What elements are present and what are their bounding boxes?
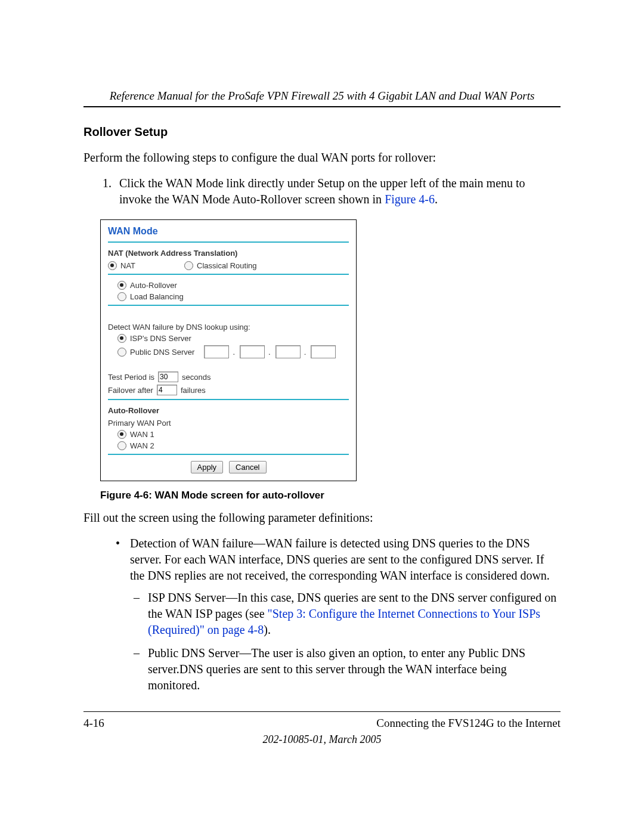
footer-line: 4-16 Connecting the FVS124G to the Inter… [83,717,561,730]
dns-ip-octet-1[interactable] [204,345,229,358]
post-figure-lead: Fill out the screen using the following … [83,510,561,526]
panel-separator [108,454,349,455]
running-header: Reference Manual for the ProSafe VPN Fir… [83,89,561,103]
panel-title: WAN Mode [108,226,349,237]
figure-xref[interactable]: Figure 4-6 [385,193,435,206]
wan1-label: WAN 1 [130,430,154,439]
auto-rollover-radio[interactable] [117,281,126,290]
apply-button[interactable]: Apply [191,461,224,473]
step-list: Click the WAN Mode link directly under S… [83,175,561,208]
section-heading: Rollover Setup [83,125,561,139]
wan2-radio[interactable] [117,441,126,450]
wan2-row: WAN 2 [117,441,349,450]
primary-wan-label-row: Primary WAN Port [108,419,349,428]
test-period-input[interactable] [158,371,178,382]
chapter-title: Connecting the FVS124G to the Internet [376,717,561,730]
bullet-detection: Detection of WAN failure—WAN failure is … [130,535,561,693]
nat-label: NAT [120,261,135,270]
parameter-bullets: Detection of WAN failure—WAN failure is … [83,535,561,693]
figure-caption: Figure 4-6: WAN Mode screen for auto-rol… [100,490,561,501]
test-period-pre: Test Period is [108,373,154,382]
detect-label-row: Detect WAN failure by DNS lookup using: [108,323,349,332]
panel-separator [108,399,349,400]
dash-public-dns-text: Public DNS Server—The user is also given… [148,646,525,692]
dash-isp-dns-b: ). [264,623,271,636]
auto-rollover-row: Auto-Rollover [117,281,349,290]
primary-wan-label: Primary WAN Port [108,419,171,428]
ip-dot: . [268,348,271,357]
detect-label: Detect WAN failure by DNS lookup using: [108,323,250,332]
test-period-row: Test Period is seconds [108,371,349,382]
public-dns-radio[interactable] [117,348,126,357]
failover-pre: Failover after [108,386,153,395]
cancel-button[interactable]: Cancel [229,461,266,473]
load-balancing-radio[interactable] [117,292,126,301]
dns-ip-octet-3[interactable] [275,345,301,358]
panel-separator [108,305,349,306]
failover-input[interactable] [157,385,177,395]
sub-dashes: ISP DNS Server—In this case, DNS queries… [130,590,561,693]
dash-public-dns: Public DNS Server—The user is also given… [148,645,561,693]
step-1-text-a: Click the WAN Mode link directly under S… [119,176,525,206]
failover-post: failures [181,386,206,395]
dash-isp-dns: ISP DNS Server—In this case, DNS queries… [148,590,561,638]
header-rule [83,106,561,107]
step-1: Click the WAN Mode link directly under S… [114,175,561,208]
bullet-detection-text: Detection of WAN failure—WAN failure is … [130,537,550,582]
figure-4-6: WAN Mode NAT (Network Address Translatio… [100,219,561,501]
classical-routing-label: Classical Routing [197,261,256,270]
auto-rollover-heading: Auto-Rollover [108,406,349,415]
dns-ip-octet-2[interactable] [240,345,265,358]
public-dns-row: Public DNS Server . . . [117,345,349,358]
ip-dot: . [304,348,306,357]
wan-mode-panel: WAN Mode NAT (Network Address Translatio… [100,219,357,481]
load-balancing-row: Load Balancing [117,292,349,301]
classical-routing-radio[interactable] [184,261,193,270]
nat-heading: NAT (Network Address Translation) [108,249,349,258]
dns-ip-octet-4[interactable] [311,345,336,358]
nat-row: NAT Classical Routing [108,261,349,270]
panel-separator [108,274,349,275]
load-balancing-label: Load Balancing [130,292,184,301]
footer-rule [83,711,561,712]
wan2-label: WAN 2 [130,441,154,450]
nat-radio[interactable] [108,261,117,270]
isp-dns-row: ISP's DNS Server [117,334,349,343]
panel-separator [108,241,349,243]
isp-dns-label: ISP's DNS Server [130,334,191,343]
intro-paragraph: Perform the following steps to configure… [83,150,561,166]
wan1-row: WAN 1 [117,430,349,439]
auto-rollover-label: Auto-Rollover [130,281,177,290]
isp-dns-radio[interactable] [117,334,126,343]
doc-number: 202-10085-01, March 2005 [83,733,561,746]
failover-row: Failover after failures [108,385,349,395]
button-row: Apply Cancel [108,461,349,473]
test-period-post: seconds [182,373,210,382]
ip-dot: . [233,348,235,357]
step-1-text-b: . [435,193,438,206]
page-number: 4-16 [83,717,104,730]
wan1-radio[interactable] [117,430,126,439]
public-dns-label: Public DNS Server [130,348,194,357]
